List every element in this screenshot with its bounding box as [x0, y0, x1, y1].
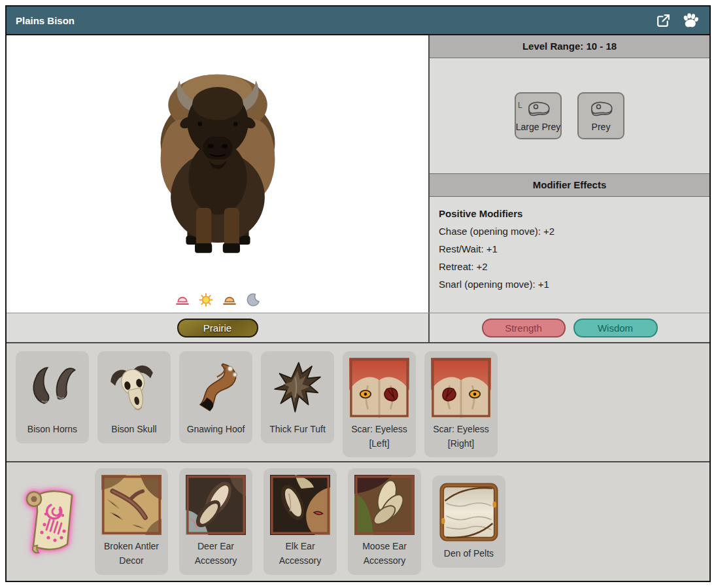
modifier-effects-header: Modifier Effects: [430, 173, 709, 197]
large-prey-button[interactable]: L Large Prey: [515, 92, 562, 139]
recipe-card-den-of-pelts[interactable]: Den of Pelts: [432, 476, 505, 568]
thick-fur-tuft-image: [266, 356, 329, 419]
biome-stats-strip: Prairie Strength Wisdom: [7, 313, 709, 342]
drops-section: Bison Horns: [7, 342, 709, 461]
external-link-icon[interactable]: [655, 12, 672, 29]
dusk-icon: [222, 292, 237, 307]
modifier-line: Chase (opening move): +2: [439, 222, 700, 240]
drop-label: Bison Horns: [27, 423, 77, 437]
title-bar: Plains Bison: [7, 7, 709, 35]
page-title: Plains Bison: [16, 15, 75, 26]
broken-antler-decor-image: [100, 474, 163, 536]
recipe-card-broken-antler-decor[interactable]: Broken Antler Decor: [95, 468, 168, 574]
active-times-row: [175, 292, 260, 307]
positive-modifiers-title: Positive Modifiers: [439, 205, 700, 222]
main-row: Level Range: 10 - 18 L Large Prey: [7, 35, 709, 313]
drop-card-thick-fur-tuft[interactable]: Thick Fur Tuft: [261, 351, 334, 443]
modifier-line: Rest/Wait: +1: [439, 240, 700, 258]
drop-card-scar-eyeless-right[interactable]: Scar: Eyeless [Right]: [424, 351, 498, 457]
prey-type-label: Large Prey: [516, 122, 560, 132]
bison-illustration: [129, 44, 307, 313]
level-range-header: Level Range: 10 - 18: [430, 35, 709, 58]
drop-label: Thick Fur Tuft: [269, 423, 326, 437]
night-icon: [245, 292, 260, 307]
page: Plains Bison: [0, 0, 716, 588]
recipe-label: Elk Ear Accessory: [266, 540, 334, 568]
prey-type-label: Prey: [592, 122, 611, 132]
info-panel: Level Range: 10 - 18 L Large Prey: [430, 35, 709, 313]
recipe-card-elk-ear-accessory[interactable]: Elk Ear Accessory: [264, 468, 337, 574]
paw-icon[interactable]: [681, 12, 699, 29]
animal-stage: [7, 35, 430, 313]
recipe-label: Broken Antler Decor: [97, 540, 165, 568]
bison-horns-image: [21, 356, 84, 419]
drop-card-scar-eyeless-left[interactable]: Scar: Eyeless [Left]: [343, 351, 416, 457]
drop-card-gnawing-hoof[interactable]: Gnawing Hoof: [179, 351, 252, 443]
recipe-card-moose-ear-accessory[interactable]: Moose Ear Accessory: [348, 468, 421, 574]
recipe-label: Deer Ear Accessory: [182, 540, 250, 568]
gnawing-hoof-image: [184, 356, 247, 419]
day-icon: [198, 292, 213, 307]
recipe-card-deer-ear-accessory[interactable]: Deer Ear Accessory: [179, 468, 252, 574]
recipe-label: Den of Pelts: [444, 547, 494, 561]
drop-label: Scar: Eyeless [Left]: [345, 423, 413, 451]
stat-badge-strength[interactable]: Strength: [482, 319, 566, 337]
den-of-pelts-image: [437, 481, 500, 544]
scar-eyeless-right-image: [430, 356, 492, 419]
stat-badge-wisdom[interactable]: Wisdom: [573, 319, 658, 337]
plains-bison-panel: Plains Bison: [5, 5, 711, 582]
modifier-line: Snarl (opening move): +1: [439, 275, 700, 293]
large-marker: L: [518, 101, 522, 110]
prey-type-zone: L Large Prey: [430, 58, 709, 173]
drop-label: Bison Skull: [111, 423, 156, 437]
biome-badge-prairie[interactable]: Prairie: [177, 319, 258, 337]
modifier-list: Positive Modifiers Chase (opening move):…: [430, 197, 709, 313]
moose-ear-accessory-image: [353, 474, 416, 536]
steak-icon: [587, 99, 615, 120]
stats-cell: Strength Wisdom: [430, 313, 709, 342]
large-steak-icon: L: [524, 99, 552, 120]
recipe-label: Moose Ear Accessory: [350, 540, 418, 568]
drop-card-bison-skull[interactable]: Bison Skull: [97, 351, 171, 443]
bison-skull-image: [103, 356, 165, 419]
elk-ear-accessory-image: [269, 474, 332, 536]
drop-label: Gnawing Hoof: [187, 423, 245, 437]
scar-eyeless-left-image: [348, 356, 411, 419]
drop-label: Scar: Eyeless [Right]: [427, 423, 495, 451]
modifier-line: Retreat: +2: [439, 258, 700, 275]
dawn-icon: [175, 292, 190, 307]
prey-button[interactable]: Prey: [577, 92, 624, 139]
title-bar-icons: [655, 12, 699, 29]
drop-card-bison-horns[interactable]: Bison Horns: [16, 351, 89, 443]
biome-cell: Prairie: [7, 313, 430, 342]
deer-ear-accessory-image: [184, 474, 247, 536]
recipe-scroll-icon[interactable]: [16, 485, 84, 559]
recipes-section: Broken Antler Decor: [7, 461, 709, 581]
